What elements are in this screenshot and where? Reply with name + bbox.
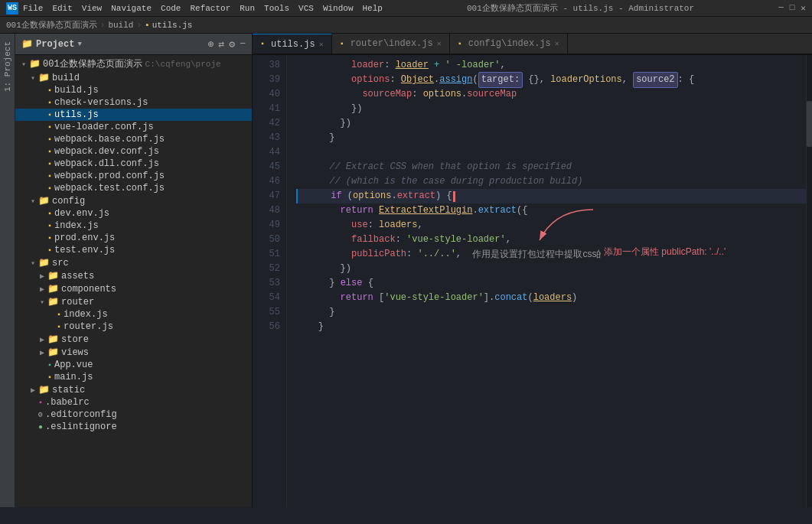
- tree-file-router-index[interactable]: ▪ index.js: [15, 308, 252, 321]
- code-content[interactable]: loader: loader + ' -loader', options: Ob…: [287, 55, 806, 507]
- maximize-button[interactable]: □: [790, 3, 795, 13]
- code-line-56: }: [296, 320, 806, 334]
- sidebar-tab[interactable]: 1: Project: [0, 34, 15, 507]
- code-line-54: return ['vue-style-loader'].concat(loade…: [296, 291, 806, 305]
- project-panel-title: 📁 Project ▼: [21, 38, 82, 50]
- tree-root[interactable]: ▾ 📁 001企数保静态页面演示 C:\cqfeng\proje: [15, 57, 252, 71]
- breadcrumb-root[interactable]: 001企数保静态页面演示: [6, 19, 97, 31]
- tree-folder-store[interactable]: ▶ 📁 store: [15, 333, 252, 346]
- tree-folder-components[interactable]: ▶ 📁 components: [15, 282, 252, 295]
- settings-icon[interactable]: ⚙: [229, 38, 235, 50]
- tab-router-index-icon: ▪: [340, 40, 344, 48]
- tree-file-babelrc[interactable]: ▪ .babelrc: [15, 396, 252, 408]
- project-panel: 📁 Project ▼ ⊕ ⇄ ⚙ − ▾ 📁 001企数保静态页面演示 C:\…: [15, 34, 253, 507]
- line-numbers: 38 39 40 41 42 43 44 45 46 47 48 49 50 5…: [253, 55, 287, 507]
- menu-vcs[interactable]: VCS: [298, 4, 314, 13]
- tree-file-webpack-dll[interactable]: ▪ webpack.dll.conf.js: [15, 158, 252, 170]
- tree-file-webpack-base[interactable]: ▪ webpack.base.conf.js: [15, 133, 252, 145]
- tab-utils-js[interactable]: ▪ utils.js ✕: [253, 34, 332, 54]
- expand-collapse-icon[interactable]: ⇄: [219, 38, 225, 50]
- tree-folder-src[interactable]: ▾ 📁 src: [15, 256, 252, 269]
- code-line-40: sourceMap: options.sourceMap: [296, 87, 806, 102]
- code-line-55: }: [296, 305, 806, 320]
- tab-config-index[interactable]: ▪ config\index.js ✕: [450, 34, 568, 54]
- code-line-39: options: Object.assign(target: {}, loade…: [296, 73, 806, 87]
- tree-file-utils[interactable]: ▪ utils.js: [15, 109, 252, 121]
- project-panel-header: 📁 Project ▼ ⊕ ⇄ ⚙ −: [15, 34, 252, 55]
- title-bar: WS File Edit View Navigate Code Refactor…: [0, 0, 812, 17]
- code-area: 38 39 40 41 42 43 44 45 46 47 48 49 50 5…: [253, 55, 812, 507]
- menu-run[interactable]: Run: [240, 4, 255, 13]
- code-line-41: }): [296, 102, 806, 116]
- tab-utils-js-label: utils.js: [271, 39, 315, 50]
- tree-file-dev-env[interactable]: ▪ dev.env.js: [15, 207, 252, 220]
- menu-code[interactable]: Code: [161, 4, 181, 13]
- menu-refactor[interactable]: Refactor: [190, 4, 230, 13]
- tree-file-build-js[interactable]: ▪ build.js: [15, 84, 252, 96]
- tree-file-webpack-prod[interactable]: ▪ webpack.prod.conf.js: [15, 170, 252, 182]
- tree-file-prod-env[interactable]: ▪ prod.env.js: [15, 232, 252, 244]
- sidebar-tab-label[interactable]: 1: Project: [2, 37, 14, 96]
- tab-config-index-icon: ▪: [458, 40, 462, 48]
- locate-file-icon[interactable]: ⊕: [208, 38, 214, 50]
- code-line-53: } else {: [296, 276, 806, 291]
- code-line-49: use: loaders,: [296, 218, 806, 233]
- tree-folder-config[interactable]: ▾ 📁 config: [15, 194, 252, 207]
- window-controls[interactable]: ─ □ ✕: [778, 3, 806, 13]
- code-line-51: publicPath: '../..', 作用是设置打包过程中提取css的方法: [296, 247, 806, 262]
- menu-window[interactable]: Window: [323, 4, 354, 13]
- code-line-44: [296, 145, 806, 160]
- code-line-48: return ExtractTextPlugin.extract({: [296, 203, 806, 218]
- tab-bar: ▪ utils.js ✕ ▪ router\index.js ✕ ▪ confi…: [253, 34, 812, 55]
- tree-file-eslintignore[interactable]: ● .eslintignore: [15, 421, 252, 433]
- close-button[interactable]: ✕: [801, 3, 806, 13]
- tree-file-config-index[interactable]: ▪ index.js: [15, 220, 252, 232]
- file-tree: ▾ 📁 001企数保静态页面演示 C:\cqfeng\proje ▾ 📁 bui…: [15, 55, 252, 507]
- close-panel-icon[interactable]: −: [240, 38, 246, 50]
- code-line-43: }: [296, 131, 806, 145]
- menu-navigate[interactable]: Navigate: [111, 4, 152, 13]
- tab-config-index-close[interactable]: ✕: [555, 39, 559, 48]
- code-line-52: }): [296, 262, 806, 276]
- title-bar-left: WS File Edit View Navigate Code Refactor…: [6, 2, 383, 15]
- minimap-scroll-thumb[interactable]: [807, 101, 812, 147]
- editor-area: ▪ utils.js ✕ ▪ router\index.js ✕ ▪ confi…: [253, 34, 812, 507]
- tree-folder-views[interactable]: ▶ 📁 views: [15, 346, 252, 359]
- app-logo: WS: [6, 2, 18, 15]
- folder-icon: 📁: [21, 38, 33, 50]
- tab-config-index-label: config\index.js: [468, 38, 551, 49]
- code-line-38: loader: loader + ' -loader',: [296, 58, 806, 73]
- menu-tools[interactable]: Tools: [264, 4, 289, 13]
- tab-utils-js-close[interactable]: ✕: [319, 40, 324, 49]
- code-line-46: // (which is the case during production …: [296, 174, 806, 189]
- tree-file-main-js[interactable]: ▪ main.js: [15, 371, 252, 383]
- menu-bar-items[interactable]: File Edit View Navigate Code Refactor Ru…: [23, 4, 383, 13]
- dropdown-icon[interactable]: ▼: [77, 41, 81, 48]
- tree-file-webpack-dev[interactable]: ▪ webpack.dev.conf.js: [15, 145, 252, 158]
- tree-folder-router[interactable]: ▾ 📁 router: [15, 295, 252, 308]
- tree-file-vue-loader[interactable]: ▪ vue-loader.conf.js: [15, 121, 252, 133]
- tree-folder-build[interactable]: ▾ 📁 build: [15, 71, 252, 84]
- menu-help[interactable]: Help: [363, 4, 383, 13]
- minimize-button[interactable]: ─: [778, 3, 784, 13]
- tree-file-editorconfig[interactable]: ⚙ .editorconfig: [15, 408, 252, 421]
- project-header-actions[interactable]: ⊕ ⇄ ⚙ −: [208, 38, 246, 50]
- tree-file-check-versions[interactable]: ▪ check-versions.js: [15, 96, 252, 109]
- tree-folder-assets[interactable]: ▶ 📁 assets: [15, 269, 252, 282]
- tab-router-index[interactable]: ▪ router\index.js ✕: [332, 34, 450, 54]
- tree-file-test-env[interactable]: ▪ test.env.js: [15, 244, 252, 256]
- tab-router-index-close[interactable]: ✕: [437, 39, 442, 48]
- minimap[interactable]: [806, 55, 812, 507]
- tree-folder-static[interactable]: ▶ 📁 static: [15, 383, 252, 396]
- tree-file-router-js[interactable]: ▪ router.js: [15, 321, 252, 333]
- tree-file-app-vue[interactable]: ▪ App.vue: [15, 359, 252, 371]
- menu-edit[interactable]: Edit: [52, 4, 72, 13]
- menu-file[interactable]: File: [23, 4, 43, 13]
- tree-file-webpack-test[interactable]: ▪ webpack.test.conf.js: [15, 182, 252, 194]
- code-line-47: if (options.extract) {: [296, 189, 806, 203]
- breadcrumb: 001企数保静态页面演示 › build › ▪utils.js: [0, 17, 812, 34]
- tab-router-index-label: router\index.js: [351, 38, 433, 49]
- breadcrumb-file[interactable]: ▪utils.js: [145, 21, 192, 30]
- menu-view[interactable]: View: [82, 4, 102, 13]
- breadcrumb-build[interactable]: build: [108, 21, 133, 30]
